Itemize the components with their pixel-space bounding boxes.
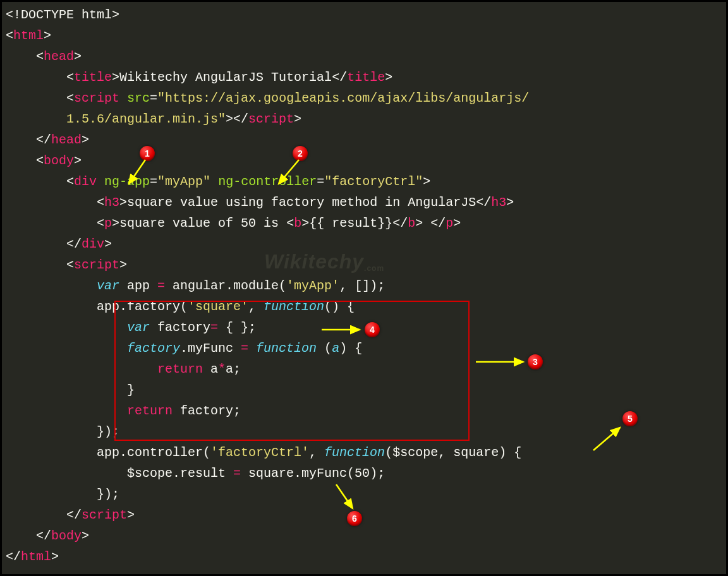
doctype: <!DOCTYPE html> — [6, 8, 119, 22]
code-block: <!DOCTYPE html> <html> <head> <title>Wik… — [2, 2, 726, 570]
